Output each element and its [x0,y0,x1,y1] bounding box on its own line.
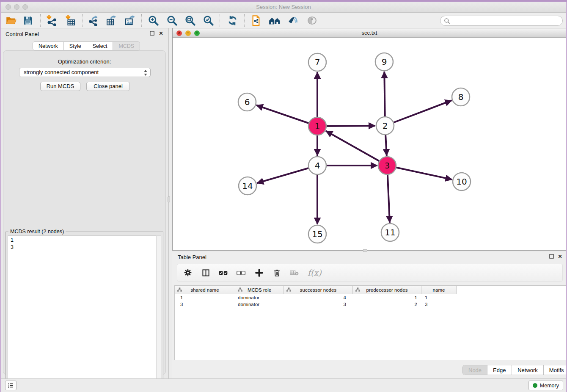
graph-node-14[interactable]: 14 [239,177,256,195]
table-row[interactable]: 3dominator323 [175,301,566,308]
float-table-panel-icon[interactable] [549,254,554,259]
column-header-shared-name[interactable]: shared name [175,286,235,294]
graph-node-15[interactable]: 15 [308,225,326,243]
table-cell[interactable]: dominator [235,294,284,301]
edge-3-1[interactable] [326,131,387,166]
import-network-icon[interactable] [44,14,59,28]
network-overview-icon[interactable] [267,14,282,28]
column-header-name[interactable]: name [421,286,457,294]
table-cell[interactable]: 3 [421,301,457,308]
result-scrollbar[interactable] [156,235,161,392]
table-panel-tabs: Node TableEdge TableNetwork TableMotifs [462,365,567,375]
close-panel-button[interactable]: Close panel [86,82,130,91]
graph-node-10[interactable]: 10 [453,173,471,190]
sort-icon [177,287,182,293]
mcds-tab-content: Optimization criterion: strongly connect… [3,50,166,375]
import-table-icon[interactable] [63,14,78,28]
graph-node-7[interactable]: 7 [308,53,326,71]
table-cell[interactable]: 1 [175,294,235,301]
column-header-predecessor-nodes[interactable]: predecessor nodes [353,286,421,294]
mcds-result-list[interactable]: 13 [8,235,156,392]
node-table[interactable]: shared nameMCDS rolesuccessor nodesprede… [174,285,567,360]
clone-network-icon[interactable] [248,14,264,28]
tab-node-table[interactable]: Node Table [463,365,487,375]
network-canvas[interactable]: 7968124314101511 [173,38,566,250]
minimize-window-button[interactable] [14,4,19,10]
graph-node-8[interactable]: 8 [452,88,470,106]
table-row[interactable]: 1dominator411 [175,294,566,301]
edge-1-6[interactable] [256,105,317,127]
zoom-out-icon[interactable] [164,14,179,28]
minimize-network-icon[interactable]: − [185,30,191,36]
search-input[interactable] [450,18,552,24]
close-panel-icon[interactable]: ✕ [158,31,164,36]
close-window-button[interactable] [6,4,11,10]
export-image-icon[interactable] [122,14,137,28]
graph-node-3[interactable]: 3 [378,157,396,174]
open-session-icon[interactable] [3,14,19,28]
edge-3-10[interactable] [387,166,452,179]
column-header-MCDS-role[interactable]: MCDS role [235,286,284,294]
network-window-titlebar[interactable]: × − + scc.txt [173,28,566,38]
close-table-panel-icon[interactable]: ✕ [557,254,563,259]
unselect-all-icon[interactable] [237,268,246,277]
zoom-selected-icon[interactable] [201,14,216,28]
apply-layout-icon[interactable] [225,14,240,28]
optimization-criterion-select[interactable]: strongly connected component [19,68,151,77]
save-session-icon[interactable] [20,14,36,28]
sort-icon [355,287,360,293]
tab-edge-table[interactable]: Edge Table [487,365,512,375]
table-cell[interactable]: dominator [235,301,284,308]
table-cell[interactable]: 2 [353,301,421,308]
show-columns-icon[interactable] [201,268,210,277]
graph-node-6[interactable]: 6 [238,93,256,111]
tab-network[interactable]: Network [33,42,64,50]
tab-mcds[interactable]: MCDS [113,42,140,50]
table-cell[interactable]: 1 [421,294,457,301]
horizontal-splitter-handle[interactable] [363,249,367,252]
destroy-table-icon [290,268,299,277]
table-cell[interactable]: 1 [353,294,421,301]
edge-4-14[interactable] [257,166,317,183]
show-graphics-icon[interactable] [304,14,319,28]
table-panel: Table Panel ✕ f(x) shared nameMCDS roles… [172,252,567,378]
graph-node-1[interactable]: 1 [308,117,326,135]
maximize-network-icon[interactable]: + [194,30,200,36]
graph-node-9[interactable]: 9 [375,53,393,71]
memory-button[interactable]: Memory [528,381,563,390]
task-manager-button[interactable] [5,381,17,390]
graph-node-2[interactable]: 2 [376,117,394,135]
select-all-icon[interactable] [219,268,228,277]
delete-column-icon[interactable] [272,268,281,277]
graph-node-11[interactable]: 11 [381,224,399,241]
close-network-icon[interactable]: × [176,30,182,36]
column-header-successor-nodes[interactable]: successor nodes [284,286,353,294]
style-brush-icon[interactable] [285,14,300,28]
search-input-wrapper [440,16,563,26]
tab-motifs[interactable]: Motifs [544,365,567,375]
network-graph[interactable]: 7968124314101511 [173,38,566,250]
export-network-icon[interactable] [85,14,101,28]
vertical-splitter-handle[interactable] [168,196,170,202]
window-top-edge [0,0,567,2]
edge-2-8[interactable] [385,100,452,126]
table-cell[interactable]: 4 [284,294,353,301]
zoom-in-icon[interactable] [146,14,161,28]
maximize-window-button[interactable] [22,4,28,10]
tab-style[interactable]: Style [64,42,87,50]
table-cell[interactable]: 3 [284,301,353,308]
add-column-icon[interactable] [254,268,264,277]
tab-select[interactable]: Select [87,42,113,50]
network-view-window: × − + scc.txt 7968124314101511 [172,28,567,251]
float-panel-icon[interactable] [149,31,155,36]
graph-node-4[interactable]: 4 [308,157,326,174]
zoom-fit-icon[interactable] [182,14,198,28]
table-settings-gear-icon[interactable] [183,268,193,277]
export-table-icon[interactable] [103,14,118,28]
svg-text:15: 15 [312,229,322,239]
svg-text:4: 4 [315,160,320,171]
table-cell[interactable]: 3 [175,301,235,308]
tab-network-table[interactable]: Network Table [512,365,544,375]
run-mcds-button[interactable]: Run MCDS [40,82,80,91]
svg-text:7: 7 [315,57,320,67]
